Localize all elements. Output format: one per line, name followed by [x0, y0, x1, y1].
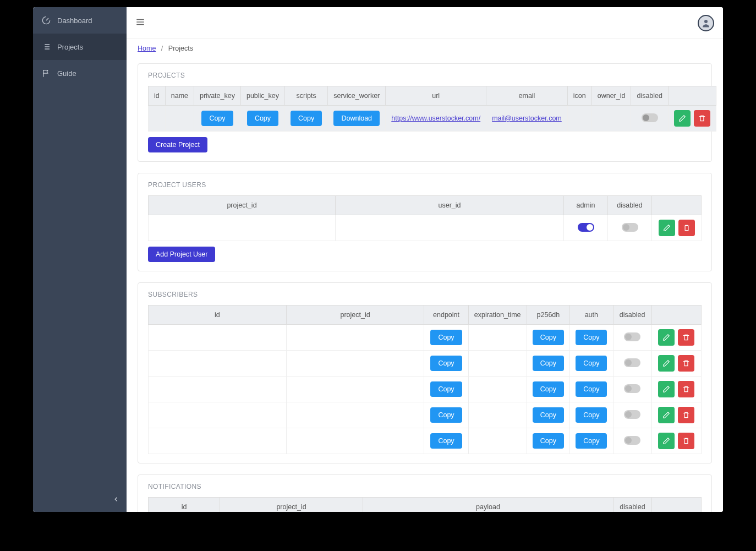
delete-button[interactable] — [678, 381, 694, 397]
sidebar-item-label: Guide — [57, 69, 76, 78]
project-users-table: project_id user_id admin disabled — [148, 195, 702, 241]
admin-toggle[interactable] — [578, 223, 594, 232]
col-owner-id: owner_id — [591, 86, 631, 106]
disabled-toggle[interactable] — [642, 113, 658, 122]
col-disabled: disabled — [613, 498, 652, 512]
col-id: id — [149, 305, 287, 325]
copy-button[interactable]: Copy — [576, 356, 607, 371]
copy-button[interactable]: Copy — [247, 111, 278, 126]
table-row: Copy Copy Copy — [149, 377, 702, 402]
copy-button[interactable]: Copy — [533, 330, 564, 345]
project-email-link[interactable]: mail@userstocker.com — [492, 114, 562, 122]
copy-button[interactable]: Copy — [533, 356, 564, 371]
chevron-left-icon[interactable] — [112, 495, 120, 505]
project-users-card: PROJECT USERS project_id user_id admin d… — [138, 173, 712, 271]
table-row: Copy Copy Copy Download https://www.user… — [149, 106, 716, 132]
col-actions — [651, 305, 701, 325]
col-public-key: public_key — [240, 86, 284, 106]
sidebar: Dashboard Projects Guide — [33, 7, 127, 512]
table-row: Copy Copy Copy — [149, 428, 702, 454]
copy-button[interactable]: Copy — [576, 407, 607, 423]
breadcrumb-home[interactable]: Home — [138, 45, 156, 52]
delete-button[interactable] — [678, 329, 694, 346]
notifications-card: NOTIFICATIONS id project_id payload disa… — [138, 474, 712, 512]
copy-button[interactable]: Copy — [430, 356, 462, 371]
edit-button[interactable] — [658, 433, 675, 449]
copy-button[interactable]: Copy — [430, 433, 462, 449]
breadcrumb: Home / Projects — [127, 39, 723, 58]
copy-button[interactable]: Copy — [533, 407, 564, 423]
sidebar-item-guide[interactable]: Guide — [33, 60, 127, 86]
avatar[interactable] — [698, 15, 714, 31]
disabled-toggle[interactable] — [624, 384, 640, 393]
subscribers-table: id project_id endpoint expiration_time p… — [148, 305, 702, 454]
copy-button[interactable]: Copy — [430, 407, 462, 423]
edit-button[interactable] — [674, 110, 691, 127]
col-name: name — [165, 86, 194, 106]
table-row — [149, 215, 702, 241]
col-id: id — [149, 86, 166, 106]
edit-button[interactable] — [659, 220, 675, 236]
disabled-toggle[interactable] — [624, 410, 640, 419]
table-row: Copy Copy Copy — [149, 325, 702, 351]
col-icon: icon — [567, 86, 591, 106]
gauge-icon — [42, 16, 51, 25]
copy-button[interactable]: Copy — [576, 381, 607, 397]
disabled-toggle[interactable] — [624, 358, 640, 367]
delete-button[interactable] — [678, 407, 694, 423]
col-url: url — [386, 86, 486, 106]
edit-button[interactable] — [658, 355, 675, 372]
col-id: id — [149, 498, 220, 512]
sidebar-item-dashboard[interactable]: Dashboard — [33, 7, 127, 34]
card-title: NOTIFICATIONS — [148, 483, 702, 490]
copy-button[interactable]: Copy — [533, 433, 564, 449]
copy-button[interactable]: Copy — [430, 381, 462, 397]
list-icon — [42, 42, 51, 51]
col-project-id: project_id — [149, 196, 336, 215]
copy-button[interactable]: Copy — [576, 433, 607, 449]
copy-button[interactable]: Copy — [291, 111, 322, 126]
col-disabled: disabled — [613, 305, 651, 325]
disabled-toggle[interactable] — [622, 223, 638, 232]
copy-button[interactable]: Copy — [533, 381, 564, 397]
notifications-table: id project_id payload disabled { "title"… — [148, 497, 702, 512]
col-actions — [652, 498, 702, 512]
flag-icon — [42, 69, 51, 78]
col-project-id: project_id — [220, 498, 363, 512]
col-disabled: disabled — [631, 86, 669, 106]
delete-button[interactable] — [678, 220, 695, 236]
project-url-link[interactable]: https://www.userstocker.com/ — [391, 114, 480, 122]
col-actions — [652, 196, 702, 215]
col-payload: payload — [363, 498, 613, 512]
col-scripts: scripts — [285, 86, 328, 106]
disabled-toggle[interactable] — [624, 436, 640, 445]
delete-button[interactable] — [678, 433, 694, 449]
copy-button[interactable]: Copy — [201, 111, 233, 126]
delete-button[interactable] — [678, 355, 694, 372]
card-title: SUBSCRIBERS — [148, 291, 702, 298]
copy-button[interactable]: Copy — [576, 330, 607, 345]
add-project-user-button[interactable]: Add Project User — [148, 247, 215, 262]
col-auth: auth — [570, 305, 613, 325]
sidebar-item-projects[interactable]: Projects — [33, 34, 127, 60]
table-row: Copy Copy Copy — [149, 351, 702, 377]
col-p256dh: p256dh — [527, 305, 569, 325]
edit-button[interactable] — [658, 329, 675, 346]
card-title: PROJECTS — [148, 72, 702, 79]
sidebar-item-label: Dashboard — [57, 17, 92, 25]
menu-icon[interactable] — [135, 17, 145, 29]
download-button[interactable]: Download — [333, 111, 380, 126]
copy-button[interactable]: Copy — [430, 330, 462, 345]
edit-button[interactable] — [658, 407, 675, 423]
col-private-key: private_key — [194, 86, 241, 106]
edit-button[interactable] — [658, 381, 675, 397]
col-disabled: disabled — [608, 196, 652, 215]
col-admin: admin — [564, 196, 608, 215]
delete-button[interactable] — [694, 110, 710, 127]
create-project-button[interactable]: Create Project — [148, 137, 207, 152]
disabled-toggle[interactable] — [624, 332, 640, 341]
col-service-worker: service_worker — [328, 86, 386, 106]
col-email: email — [486, 86, 568, 106]
col-user-id: user_id — [336, 196, 564, 215]
table-row: Copy Copy Copy — [149, 402, 702, 428]
